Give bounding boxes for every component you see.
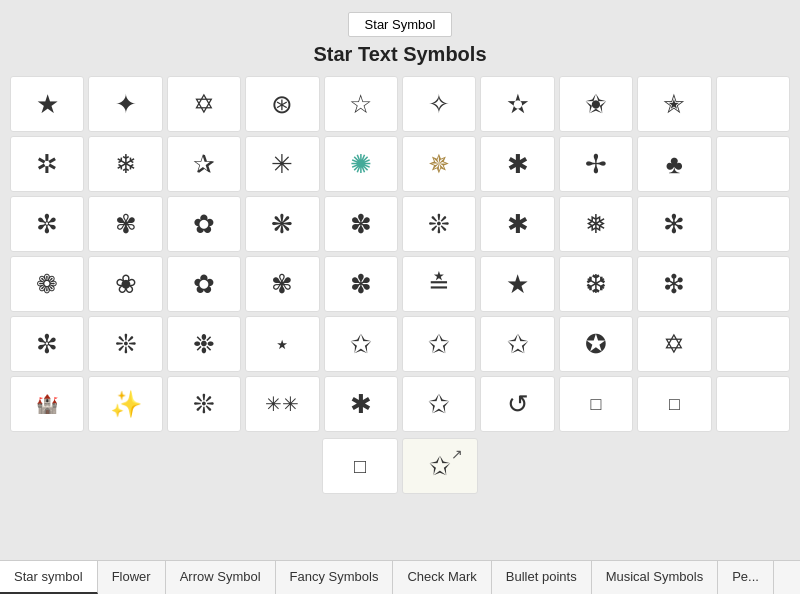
symbol-cell[interactable]: ✽ xyxy=(324,196,398,252)
symbol-cell[interactable]: ❇ xyxy=(637,256,711,312)
symbol-cell[interactable]: ✱ xyxy=(480,196,554,252)
symbol-cell[interactable]: ✿ xyxy=(167,196,241,252)
tab-check-mark[interactable]: Check Mark xyxy=(393,561,491,594)
symbol-cell[interactable] xyxy=(716,76,790,132)
symbol-cell[interactable]: ✻ xyxy=(637,196,711,252)
symbol-cell[interactable]: ✧ xyxy=(402,76,476,132)
symbol-cell[interactable]: ✺ xyxy=(324,136,398,192)
symbol-cell[interactable]: ✡ xyxy=(637,316,711,372)
symbol-cell[interactable]: ✾ xyxy=(245,256,319,312)
symbols-grid: ★ ✦ ✡ ⊛ ☆ ✧ ✫ ✬ ✭ ✲ ❄ ✰ ✳ ✺ ✵ ✱ ✢ ♣ ✼ ✾ … xyxy=(0,76,800,432)
symbol-cell[interactable]: ✱ xyxy=(480,136,554,192)
symbol-cell[interactable]: ✩ xyxy=(480,316,554,372)
extra-symbol-cell[interactable]: ✩ ↗ xyxy=(402,438,478,494)
symbol-cell[interactable]: ✵ xyxy=(402,136,476,192)
symbol-cell[interactable]: ❊ xyxy=(88,316,162,372)
symbol-cell[interactable] xyxy=(716,316,790,372)
tab-flower[interactable]: Flower xyxy=(98,561,166,594)
symbol-cell[interactable]: ❊ xyxy=(167,376,241,432)
symbol-cell[interactable]: ✦ xyxy=(88,76,162,132)
symbol-cell[interactable]: ✿ xyxy=(167,256,241,312)
bottom-tabs: Star symbol Flower Arrow Symbol Fancy Sy… xyxy=(0,560,800,594)
symbol-cell[interactable]: ↺ xyxy=(480,376,554,432)
symbol-cell[interactable]: ✩ xyxy=(402,316,476,372)
symbol-cell[interactable]: ✨ xyxy=(88,376,162,432)
symbol-cell[interactable]: ≛ xyxy=(402,256,476,312)
page-title: Star Text Symbols xyxy=(0,43,800,66)
tab-more[interactable]: Pe... xyxy=(718,561,774,594)
symbol-cell[interactable]: ❁ xyxy=(10,256,84,312)
symbol-cell[interactable] xyxy=(716,196,790,252)
symbol-cell[interactable]: ❄ xyxy=(88,136,162,192)
symbol-cell[interactable]: ✭ xyxy=(637,76,711,132)
symbol-cell[interactable]: ✼ xyxy=(10,316,84,372)
symbol-cell[interactable]: ❆ xyxy=(559,256,633,312)
symbol-cell[interactable]: ✡ xyxy=(167,76,241,132)
tab-fancy-symbols[interactable]: Fancy Symbols xyxy=(276,561,394,594)
symbol-cell[interactable]: ✱ xyxy=(324,376,398,432)
symbol-cell[interactable]: ✽ xyxy=(324,256,398,312)
symbol-cell[interactable]: ❅ xyxy=(559,196,633,252)
symbol-cell[interactable]: ✰ xyxy=(167,136,241,192)
tab-star-symbol[interactable]: Star symbol xyxy=(0,561,98,594)
symbol-cell[interactable]: ⊛ xyxy=(245,76,319,132)
symbol-cell[interactable] xyxy=(716,256,790,312)
symbol-cell[interactable]: ✲ xyxy=(10,136,84,192)
symbol-cell[interactable]: ❊ xyxy=(402,196,476,252)
tab-bullet-points[interactable]: Bullet points xyxy=(492,561,592,594)
symbol-cell[interactable]: □ xyxy=(559,376,633,432)
tab-musical-symbols[interactable]: Musical Symbols xyxy=(592,561,719,594)
symbol-cell[interactable]: ✪ xyxy=(559,316,633,372)
symbol-cell[interactable]: ♣ xyxy=(637,136,711,192)
symbol-cell[interactable] xyxy=(716,136,790,192)
symbol-cell[interactable]: ❋ xyxy=(245,196,319,252)
symbol-cell[interactable]: ✫ xyxy=(480,76,554,132)
symbol-cell[interactable]: ★ xyxy=(10,76,84,132)
symbol-cell[interactable] xyxy=(716,376,790,432)
tab-arrow-symbol[interactable]: Arrow Symbol xyxy=(166,561,276,594)
symbol-cell[interactable]: ★ xyxy=(480,256,554,312)
symbol-cell[interactable]: 🏰 xyxy=(10,376,84,432)
symbol-cell[interactable]: ☆ xyxy=(324,76,398,132)
symbol-cell[interactable]: ✢ xyxy=(559,136,633,192)
symbol-cell[interactable]: ✩ xyxy=(402,376,476,432)
star-symbol-button[interactable]: Star Symbol xyxy=(348,12,453,37)
symbol-cell[interactable]: ✩ xyxy=(324,316,398,372)
symbol-cell[interactable]: ✬ xyxy=(559,76,633,132)
symbol-cell[interactable]: ✾ xyxy=(88,196,162,252)
symbol-cell[interactable]: ❀ xyxy=(88,256,162,312)
symbol-cell[interactable]: ✼ xyxy=(10,196,84,252)
symbol-cell[interactable]: ❉ xyxy=(167,316,241,372)
symbol-cell[interactable]: ✳ xyxy=(245,136,319,192)
symbol-cell[interactable]: ⋆ xyxy=(245,316,319,372)
extra-symbol-cell[interactable]: □ xyxy=(322,438,398,494)
extra-symbols-row: □ ✩ ↗ xyxy=(0,432,800,498)
symbol-cell[interactable]: ✳✳ xyxy=(245,376,319,432)
symbol-cell[interactable]: □ xyxy=(637,376,711,432)
